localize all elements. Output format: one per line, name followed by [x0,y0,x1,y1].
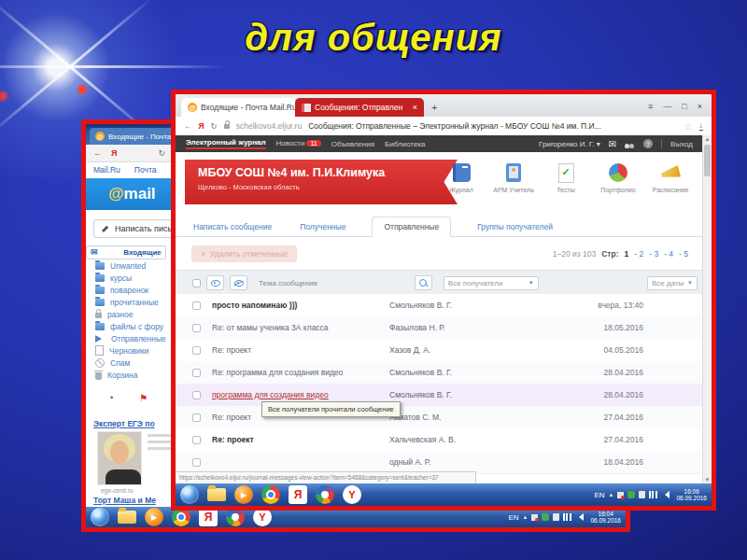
message-subject[interactable]: Re: от мамы ученика 3А класса [212,323,389,332]
folder-item-sent[interactable]: Отправленные [86,332,166,344]
row-checkbox[interactable] [192,369,201,377]
explorer-taskbar-icon[interactable] [118,508,136,526]
message-subject[interactable]: просто напоминаю ))) [212,301,389,310]
mark-read-button[interactable] [206,275,224,290]
quick-icon-portfolio[interactable]: Портфолио [597,162,640,193]
folder-item-unwanted[interactable]: Unwanted [86,259,166,272]
message-subject[interactable]: Re: проект [212,345,389,355]
people-icon[interactable] [625,140,635,148]
tab-recipient-groups[interactable]: Группы получателей [475,217,555,236]
speaker-icon[interactable] [661,491,669,498]
message-subject[interactable]: Re: программа для создания видео [212,368,389,377]
recipients-filter-select[interactable]: Все получатели▼ [444,276,539,290]
close-tab-icon[interactable]: × [413,103,417,112]
explorer-taskbar-icon[interactable] [207,485,226,504]
row-checkbox[interactable] [192,301,201,310]
back-arrow-icon[interactable]: ← [184,121,192,131]
table-row[interactable]: Re: проектАкматов С. М.27.04.2016 [176,406,703,429]
tab-sent[interactable]: Отправленные [372,217,451,237]
quick-icon-tests[interactable]: ✓Тесты [544,162,587,193]
folder-item-fajly[interactable]: файлы с фору [86,320,166,332]
yandex-icon[interactable]: Я [199,121,204,131]
folder-item-prochitannye[interactable]: прочитанные [86,296,166,308]
flag-icon[interactable]: ⚑ [139,393,148,403]
chrome-taskbar-icon[interactable] [261,485,280,504]
action-center-flag-icon[interactable] [617,492,624,498]
subject-filter-input[interactable]: Тема сообщения [259,279,317,287]
nav-item-news[interactable]: Новости11 [276,139,321,148]
page-5[interactable]: 5 [679,249,688,259]
select-all-checkbox[interactable] [192,279,201,287]
language-indicator[interactable]: EN [508,513,518,522]
table-row[interactable]: Re: проектХазов Д. А.04.05.2016 [176,339,703,362]
clipboard-tray-icon[interactable] [553,513,559,521]
message-subject-link[interactable]: программа для создания видео [212,390,389,399]
nav-item-library[interactable]: Библиотека [385,140,426,148]
link-pochta[interactable]: Почта [134,165,157,175]
row-checkbox[interactable] [192,458,201,467]
folder-item-inbox[interactable]: ✉Входящие [86,245,166,259]
refresh-icon[interactable]: ↻ [158,148,165,158]
page-1[interactable]: 1 [625,249,629,259]
messages-envelope-icon[interactable]: ✉ [609,139,616,149]
message-subject[interactable]: Re: проект [212,435,389,444]
taskbar-clock[interactable]: 16:06 06.09.2016 [676,488,707,502]
pager-dot-icon[interactable]: • [110,393,113,403]
picasa-taskbar-icon[interactable] [226,508,245,526]
ad-link-ege[interactable]: Эксперт ЕГЭ по [93,419,155,428]
row-checkbox[interactable] [192,324,201,332]
menu-icon[interactable]: ≡ [648,102,653,111]
search-button[interactable] [415,275,432,290]
folder-item-povarenok[interactable]: поваренок [86,284,166,296]
new-tab-button[interactable]: + [431,102,437,113]
table-row[interactable]: Re: от мамы ученика 3А классаФазылова Н.… [176,316,703,340]
folder-item-raznoe[interactable]: разное [86,308,166,320]
url-domain[interactable]: schelkovo4.eljur.ru [236,121,302,131]
page-2[interactable]: 2 [634,249,643,259]
yandex-taskbar-icon[interactable]: Я [199,508,218,526]
page-4[interactable]: 4 [664,249,673,259]
mark-unread-button[interactable] [230,275,247,290]
picasa-taskbar-icon[interactable] [316,485,334,504]
chrome-taskbar-icon[interactable] [172,508,190,526]
tab-write-message[interactable]: Написать сообщение [191,217,274,236]
restore-button[interactable]: □ [682,102,686,111]
media-player-taskbar-icon[interactable]: ▶ [145,508,163,526]
delete-marked-button[interactable]: ×Удалить отмеченные [191,245,297,262]
antivirus-tray-icon[interactable] [627,491,635,498]
close-button[interactable]: × [698,102,702,111]
yandex-icon[interactable]: Я [111,148,117,158]
row-checkbox[interactable] [192,413,201,422]
table-row[interactable]: Re: программа для создания видеоСмольняк… [176,361,703,385]
tab-received[interactable]: Полученные [298,217,347,236]
table-row[interactable]: просто напоминаю )))Смольняков В. Г.вчер… [176,294,703,317]
ad-link-tort[interactable]: Торт Маша и Ме [93,496,156,505]
quick-icon-journal[interactable]: Журнал [440,162,483,193]
antivirus-tray-icon[interactable] [542,513,549,521]
clipboard-tray-icon[interactable] [639,491,645,498]
media-player-taskbar-icon[interactable]: ▶ [234,485,253,504]
network-signal-icon[interactable] [649,491,657,498]
start-button[interactable] [91,508,109,526]
row-checkbox[interactable] [192,436,201,444]
table-row-hovered[interactable]: программа для создания видеоСмольняков В… [176,384,703,407]
folder-item-spam[interactable]: Спам [86,357,166,369]
bookmark-star-icon[interactable]: ☆ [684,121,693,132]
yandex-taskbar-icon[interactable]: Я [289,485,307,504]
scroll-up-icon[interactable]: ▲ [703,136,712,142]
row-checkbox[interactable] [192,346,201,355]
scrollbar-thumb[interactable] [704,145,711,176]
browser-tab-messages-sent[interactable]: Сообщения: Отправлен × [295,98,424,117]
browser-tab-mailru-inbox[interactable]: @ Входящие - Почта Mail.Ru [181,98,295,117]
scroll-down-icon[interactable]: ▼ [703,477,712,483]
help-icon[interactable]: ? [643,139,653,148]
refresh-icon[interactable]: ↻ [211,121,218,131]
action-center-flag-icon[interactable] [531,514,538,521]
tray-expand-icon[interactable]: ▲ [523,514,529,520]
download-icon[interactable]: ↓ [699,121,704,131]
network-signal-icon[interactable] [563,513,571,521]
folder-item-drafts[interactable]: Черновики [86,344,166,357]
yandex-browser-taskbar-icon[interactable]: Y [253,508,272,526]
row-checkbox[interactable] [192,391,201,399]
taskbar-clock[interactable]: 16:04 06.09.2016 [590,511,621,525]
